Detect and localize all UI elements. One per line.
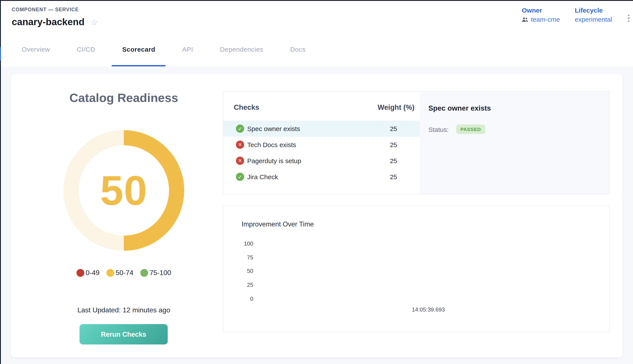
lifecycle-meta: Lifecycle experimental (575, 6, 612, 23)
improvement-chart-title: Improvement Over Time (242, 220, 314, 228)
sidebar-edge (0, 0, 1, 364)
rerun-checks-button[interactable]: Rerun Checks (80, 324, 168, 344)
tab-content: Catalog Readiness 50 0-49 50-74 75-100 (1, 66, 633, 364)
check-row-tech-docs[interactable]: Tech Docs exists 25 (223, 137, 420, 153)
entity-header: COMPONENT — SERVICE canary-backend ☆ Own… (1, 1, 633, 32)
entity-kind-breadcrumb: COMPONENT — SERVICE (12, 7, 79, 12)
score-legend: 0-49 50-74 75-100 (11, 269, 237, 277)
check-failed-icon (236, 156, 244, 165)
check-failed-icon (236, 140, 244, 149)
check-passed-icon (236, 124, 244, 133)
status-badge: PASSED (456, 124, 485, 134)
tab-docs[interactable]: Docs (280, 32, 316, 66)
check-row-jira[interactable]: Jira Check 25 (223, 169, 420, 185)
lifecycle-label: Lifecycle (575, 6, 612, 14)
improvement-chart-panel: Improvement Over Time 100 75 50 25 0 14:… (223, 206, 609, 332)
y-axis-tick: 100 (234, 240, 253, 247)
owner-meta: Owner team-cme (522, 6, 560, 23)
legend-item-low: 0-49 (76, 269, 99, 277)
status-label: Status: (428, 126, 449, 133)
tab-overview[interactable]: Overview (11, 32, 60, 66)
legend-red-dot (76, 269, 84, 277)
owner-label: Owner (522, 6, 560, 14)
legend-item-mid: 50-74 (106, 269, 133, 277)
legend-green-dot (140, 269, 148, 277)
page-title: canary-backend (12, 16, 85, 28)
tab-dependencies[interactable]: Dependencies (210, 32, 274, 66)
checks-column-header: Checks (234, 103, 259, 112)
check-passed-icon (236, 173, 244, 181)
people-icon (522, 17, 528, 22)
weight-column-header: Weight (%) (354, 103, 414, 112)
checks-panel: Spec owner exists Status: PASSED Checks … (223, 91, 609, 194)
entity-tabs: Overview CI/CD Scorecard API Dependencie… (1, 32, 633, 66)
owner-link[interactable]: team-cme (531, 16, 560, 23)
legend-amber-dot (106, 269, 114, 277)
last-updated-text: Last Updated: 12 minutes ago (37, 306, 211, 314)
favorite-star-icon[interactable]: ☆ (91, 18, 98, 26)
score-donut-chart: 50 (63, 130, 184, 251)
app-window: COMPONENT — SERVICE canary-backend ☆ Own… (0, 0, 633, 364)
score-value: 50 (100, 166, 147, 214)
scorecard-title: Catalog Readiness (37, 91, 211, 105)
y-axis-tick: 50 (234, 268, 253, 274)
y-axis-tick: 25 (234, 282, 253, 288)
more-options-icon[interactable] (625, 13, 632, 24)
sidebar-active-indicator (0, 47, 1, 61)
tab-api[interactable]: API (172, 32, 203, 66)
x-axis-tick: 14:05:39.693 (385, 306, 472, 313)
lifecycle-value: experimental (575, 16, 612, 23)
scorecard-card: Catalog Readiness 50 0-49 50-74 75-100 (11, 74, 622, 358)
y-axis-tick: 75 (234, 254, 253, 261)
check-row-spec-owner[interactable]: Spec owner exists 25 (223, 120, 420, 137)
y-axis-tick: 0 (234, 296, 253, 302)
tab-scorecard[interactable]: Scorecard (112, 32, 166, 66)
legend-item-high: 75-100 (140, 269, 171, 277)
tab-cicd[interactable]: CI/CD (67, 32, 106, 66)
window-top-edge (0, 0, 633, 1)
check-detail-panel: Spec owner exists Status: PASSED (420, 92, 609, 194)
check-row-pagerduty[interactable]: Pagerduty is setup 25 (223, 153, 420, 169)
check-detail-title: Spec owner exists (428, 104, 491, 112)
